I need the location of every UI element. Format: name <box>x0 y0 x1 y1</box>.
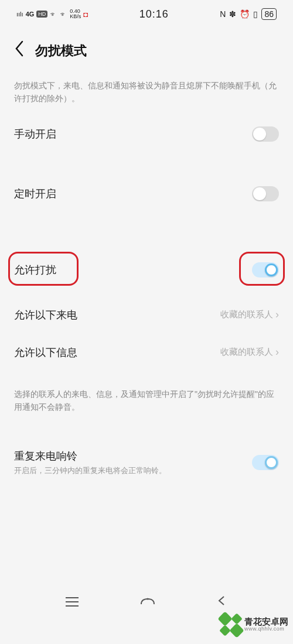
app-indicator-icon: ◘ <box>83 10 88 19</box>
allow-calls-label: 允许以下来电 <box>14 308 77 322</box>
watermark-url: www.qhhlv.com <box>244 626 288 632</box>
allow-calls-row[interactable]: 允许以下来电 收藏的联系人 › <box>0 296 293 334</box>
back-button[interactable] <box>14 40 25 61</box>
allow-messages-label: 允许以下信息 <box>14 345 77 359</box>
watermark: 青花安卓网 www.qhhlv.com <box>220 614 288 636</box>
bluetooth-icon: ✽ <box>229 9 236 19</box>
chevron-right-icon: › <box>275 346 279 358</box>
manual-enable-toggle[interactable] <box>252 126 279 142</box>
svg-point-0 <box>147 598 149 600</box>
status-right: N ✽ ⏰ ▯ 86 <box>220 8 277 20</box>
back-nav-button[interactable] <box>217 595 227 608</box>
allow-description: 选择的联系人的来电、信息，及通知管理中开启了"勿扰时允许提醒"的应用通知不会静音… <box>0 371 293 423</box>
repeat-call-toggle[interactable] <box>252 455 279 470</box>
home-button[interactable] <box>139 595 156 608</box>
page-title: 勿扰模式 <box>35 42 87 60</box>
page-header: 勿扰模式 <box>0 28 293 67</box>
battery-indicator: 86 <box>261 8 277 20</box>
signal-icon: ıılı <box>16 11 23 18</box>
wifi-icon-2: ᯤ <box>60 10 67 19</box>
allow-interrupt-toggle[interactable] <box>252 262 279 278</box>
repeat-call-row[interactable]: 重复来电响铃 开启后，三分钟内的重复来电将会正常响铃。 <box>0 437 293 488</box>
hd-badge: HD <box>36 11 47 18</box>
scheduled-enable-label: 定时开启 <box>14 187 56 201</box>
nfc-icon: N <box>220 9 226 19</box>
repeat-call-sub: 开启后，三分钟内的重复来电将会正常响铃。 <box>14 465 166 476</box>
allow-interrupt-row[interactable]: 允许打扰 <box>0 248 293 292</box>
watermark-title: 青花安卓网 <box>244 617 288 627</box>
chevron-right-icon: › <box>275 309 279 321</box>
wifi-icon: ᯤ <box>50 10 57 19</box>
scheduled-enable-toggle[interactable] <box>252 186 279 201</box>
allow-messages-value: 收藏的联系人 <box>220 347 273 358</box>
allow-interrupt-label: 允许打扰 <box>14 263 56 277</box>
system-nav-bar <box>0 590 293 614</box>
manual-enable-label: 手动开启 <box>14 127 56 141</box>
allow-calls-value: 收藏的联系人 <box>220 309 273 320</box>
recent-apps-button[interactable] <box>66 597 79 607</box>
alarm-icon: ⏰ <box>240 9 250 19</box>
mode-description: 勿扰模式下，来电、信息和通知将被设为静音且熄屏下不能唤醒手机（允许打扰的除外）。 <box>0 67 293 115</box>
status-left: ıılı 4G HD ᯤ ᯤ 0.40 KB/s ◘ <box>16 9 88 19</box>
repeat-call-label: 重复来电响铃 <box>14 449 166 463</box>
scheduled-enable-row[interactable]: 定时开启 <box>0 174 293 213</box>
data-rate: 0.40 KB/s <box>70 9 81 19</box>
allow-messages-row[interactable]: 允许以下信息 收藏的联系人 › <box>0 334 293 371</box>
network-type: 4G <box>26 11 35 18</box>
vibrate-icon: ▯ <box>253 9 258 19</box>
clock: 10:16 <box>139 8 169 20</box>
manual-enable-row[interactable]: 手动开启 <box>0 115 293 153</box>
watermark-logo-icon <box>220 614 242 636</box>
status-bar: ıılı 4G HD ᯤ ᯤ 0.40 KB/s ◘ 10:16 N ✽ ⏰ ▯… <box>0 0 293 28</box>
